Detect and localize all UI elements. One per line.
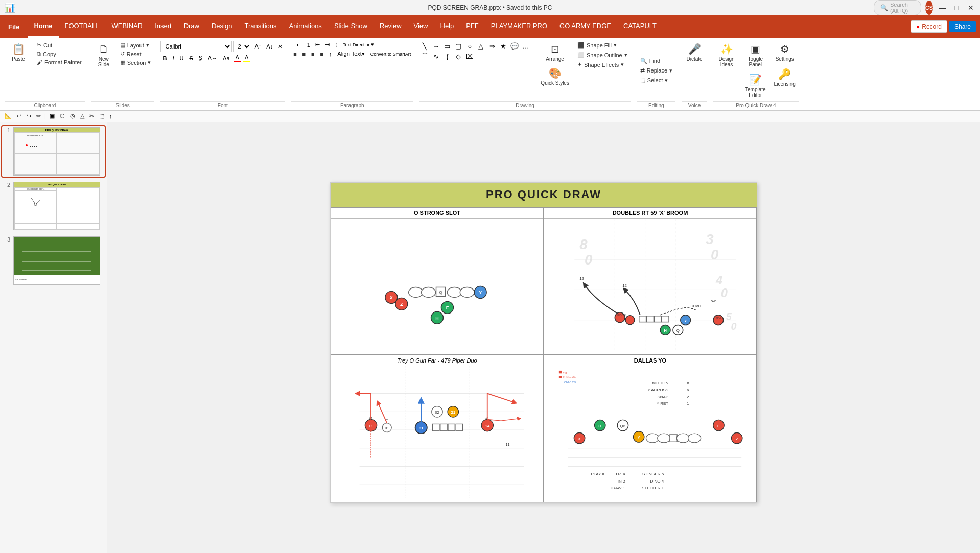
record-button[interactable]: ● Record xyxy=(911,20,947,33)
replace-button[interactable]: ⇄ Replace▾ xyxy=(637,66,675,75)
template-editor-button[interactable]: 📝 TemplateEditor xyxy=(742,71,769,100)
bullets-button[interactable]: ≡• xyxy=(291,41,300,49)
char-spacing-button[interactable]: A↔ xyxy=(206,55,219,62)
brace-shape[interactable]: { xyxy=(442,51,452,61)
tab-help[interactable]: Help xyxy=(434,15,460,38)
copy-button[interactable]: ⧉ Copy xyxy=(34,50,85,58)
italic-button[interactable]: I xyxy=(170,55,176,62)
format-painter-button[interactable]: 🖌 Format Painter xyxy=(34,58,85,66)
tab-design[interactable]: Design xyxy=(205,15,238,38)
justify-button[interactable]: ≡ xyxy=(318,51,325,58)
maximize-button[interactable]: □ xyxy=(951,0,962,15)
increase-indent-button[interactable]: ⇥ xyxy=(323,41,332,49)
increase-font-button[interactable]: A↑ xyxy=(252,43,263,50)
flow-shape[interactable]: ◇ xyxy=(453,51,463,61)
find-button[interactable]: 🔍 Find xyxy=(637,57,675,65)
tab-home[interactable]: Home xyxy=(28,15,58,38)
tab-slideshow[interactable]: Slide Show xyxy=(328,15,374,38)
tab-catapult[interactable]: CATAPULT xyxy=(617,15,663,38)
banner-shape[interactable]: ⌧ xyxy=(464,51,475,61)
font-name-select[interactable]: Calibri xyxy=(160,41,232,52)
view-btn-5[interactable]: ▣ xyxy=(48,112,56,120)
shape-fill-button[interactable]: ⬛ Shape Fill▾ xyxy=(574,41,631,50)
underline-button[interactable]: U xyxy=(177,55,185,62)
text-case-button[interactable]: Aa xyxy=(221,55,231,62)
strikethrough-button[interactable]: S xyxy=(187,55,195,62)
highlight-button[interactable]: A xyxy=(243,54,250,62)
curve-shape[interactable]: ∿ xyxy=(431,51,441,61)
align-text-button[interactable]: Align Text▾ xyxy=(335,50,367,58)
arrange-button[interactable]: ⊡ Arrange xyxy=(538,41,572,64)
shape-outline-button[interactable]: ⬜ Shape Outline▾ xyxy=(574,51,631,59)
view-btn-9[interactable]: ✂ xyxy=(88,112,96,120)
slide-thumbnail-3[interactable]: 3 POSITION AS RS xyxy=(2,235,105,286)
align-right-button[interactable]: ≡ xyxy=(309,51,316,58)
view-btn-10[interactable]: ⬚ xyxy=(98,112,106,120)
tab-review[interactable]: Review xyxy=(374,15,408,38)
decrease-indent-button[interactable]: ⇤ xyxy=(313,41,322,49)
line-spacing-button[interactable]: ↕ xyxy=(327,51,334,58)
tab-football[interactable]: FOOTBALL xyxy=(59,15,106,38)
arrow-shape[interactable]: → xyxy=(431,41,441,51)
licensing-button[interactable]: 🔑 Licensing xyxy=(771,66,799,89)
align-center-button[interactable]: ≡ xyxy=(300,51,308,58)
view-btn-3[interactable]: ↪ xyxy=(25,112,33,120)
align-left-button[interactable]: ≡ xyxy=(291,51,298,58)
view-btn-8[interactable]: △ xyxy=(79,112,86,120)
font-size-select[interactable]: 24 xyxy=(233,41,251,52)
right-arrow-shape[interactable]: ⇒ xyxy=(487,41,497,51)
tab-file[interactable]: File xyxy=(0,15,28,38)
view-btn-6[interactable]: ⬡ xyxy=(58,112,66,120)
slide-thumbnail-2[interactable]: 2 PRO QUICK DRAW DVLC DOUBLES RIGHT... xyxy=(2,181,105,231)
paste-button[interactable]: 📋 Paste xyxy=(5,41,32,64)
view-btn-1[interactable]: 📐 xyxy=(3,112,13,120)
tab-goarmy[interactable]: GO ARMY EDGE xyxy=(553,15,617,38)
tab-transitions[interactable]: Transitions xyxy=(238,15,283,38)
tab-view[interactable]: View xyxy=(408,15,434,38)
oval-shape[interactable]: ○ xyxy=(464,41,475,51)
shape-effects-button[interactable]: ✦ Shape Effects▾ xyxy=(574,60,631,69)
reset-button[interactable]: ↺ Reset xyxy=(117,50,154,58)
rect-shape[interactable]: ▭ xyxy=(442,41,452,51)
columns-button[interactable]: ⫶ xyxy=(333,41,340,49)
arc-shape[interactable]: ⌒ xyxy=(419,51,430,61)
text-direction-button[interactable]: Text Direction▾ xyxy=(341,41,376,49)
view-btn-11[interactable]: ↕ xyxy=(108,113,114,120)
shadow-button[interactable]: S̤ xyxy=(197,54,204,62)
star-shape[interactable]: ★ xyxy=(498,41,508,51)
font-color-button[interactable]: A xyxy=(234,54,241,62)
view-btn-7[interactable]: ◎ xyxy=(68,112,77,120)
settings-button[interactable]: ⚙ Settings xyxy=(771,41,799,64)
tab-animations[interactable]: Animations xyxy=(283,15,328,38)
line-shape[interactable]: ╲ xyxy=(419,41,430,51)
triangle-shape[interactable]: △ xyxy=(476,41,486,51)
tab-webinar[interactable]: WEBINAR xyxy=(105,15,149,38)
section-button[interactable]: ▦ Section ▾ xyxy=(117,58,154,67)
quick-styles-button[interactable]: 🎨 Quick Styles xyxy=(538,65,572,88)
numbering-button[interactable]: ≡1 xyxy=(301,41,312,49)
search-bar[interactable]: 🔍 Search (Alt+Q) xyxy=(874,0,921,15)
decrease-font-button[interactable]: A↓ xyxy=(264,43,275,50)
share-button[interactable]: Share xyxy=(949,21,976,32)
more-shapes[interactable]: … xyxy=(521,41,531,51)
bold-button[interactable]: B xyxy=(160,55,169,62)
tab-pff[interactable]: PFF xyxy=(460,15,485,38)
smartart-button[interactable]: Convert to SmartArt xyxy=(368,51,413,57)
minimize-button[interactable]: — xyxy=(937,0,947,15)
layout-button[interactable]: ▤ Layout ▾ xyxy=(117,41,154,50)
slide-thumbnail-1[interactable]: 1 PRO QUICK DRAW O STRONG SLOT xyxy=(2,126,105,177)
clear-format-button[interactable]: ✕ xyxy=(276,43,285,51)
new-slide-button[interactable]: 🗋 NewSlide xyxy=(91,41,116,69)
toggle-panel-button[interactable]: ▣ TogglePanel xyxy=(742,41,769,69)
design-ideas-button[interactable]: ✨ DesignIdeas xyxy=(713,41,740,69)
callout-shape[interactable]: 💬 xyxy=(509,41,520,51)
select-button[interactable]: ⬚ Select▾ xyxy=(637,76,675,85)
cut-button[interactable]: ✂ Cut xyxy=(34,41,85,50)
view-btn-2[interactable]: ↩ xyxy=(15,112,23,120)
rounded-rect-shape[interactable]: ▢ xyxy=(453,41,463,51)
dictate-button[interactable]: 🎤 Dictate xyxy=(682,41,707,64)
close-button[interactable]: ✕ xyxy=(966,0,976,15)
tab-insert[interactable]: Insert xyxy=(149,15,178,38)
tab-playmaker[interactable]: PLAYMAKER PRO xyxy=(485,15,553,38)
view-btn-4[interactable]: ✏ xyxy=(35,112,42,120)
